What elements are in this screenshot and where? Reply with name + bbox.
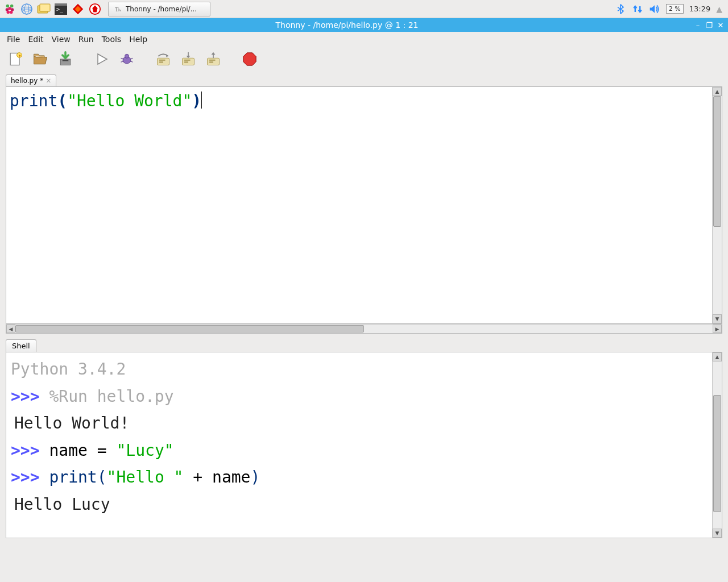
thonny-task-icon: Tₕ: [114, 5, 122, 13]
svg-text:✦: ✦: [18, 53, 22, 59]
svg-rect-44: [209, 60, 216, 61]
code-content[interactable]: print("Hello World"): [6, 87, 712, 323]
shell-line3-close: ): [250, 468, 260, 487]
code-close-paren: ): [192, 92, 201, 110]
svg-rect-14: [55, 3, 67, 6]
minimize-button[interactable]: –: [694, 21, 702, 29]
svg-marker-46: [212, 52, 216, 55]
shell-scroll-up[interactable]: ▲: [713, 352, 722, 361]
new-file-button[interactable]: ✦: [7, 51, 24, 68]
scroll-left-button[interactable]: ◀: [6, 325, 15, 333]
shell-vscrollbar[interactable]: ▲ ▼: [712, 352, 722, 538]
network-icon[interactable]: [632, 3, 643, 15]
editor-tab[interactable]: hello.py * ×: [6, 74, 56, 86]
shell-line3-str: "Hello ": [107, 468, 184, 487]
svg-rect-41: [184, 61, 188, 63]
step-over-button[interactable]: [155, 51, 172, 68]
editor-vscrollbar[interactable]: ▲ ▼: [712, 87, 722, 323]
svg-text:Tₕ: Tₕ: [115, 6, 121, 12]
taskbar-app-label: Thonny - /home/pi/...: [126, 5, 197, 13]
run-button[interactable]: [93, 51, 110, 68]
cpu-usage[interactable]: 2 %: [666, 4, 684, 14]
window-title: Thonny - /home/pi/hello.py @ 1 : 21: [0, 20, 694, 30]
scroll-up-button[interactable]: ▲: [713, 87, 722, 96]
wolfram-icon[interactable]: [88, 2, 102, 16]
shell-output-1: Hello World!: [14, 414, 129, 433]
shell-panel[interactable]: Python 3.4.2 >>> %Run hello.py Hello Wor…: [6, 352, 722, 538]
menu-edit[interactable]: Edit: [24, 34, 47, 45]
stop-button[interactable]: [241, 51, 258, 68]
window-title-bar: Thonny - /home/pi/hello.py @ 1 : 21 – ❐ …: [0, 18, 728, 32]
shell-prompt: >>>: [11, 387, 49, 406]
eject-icon[interactable]: ▲: [716, 5, 722, 14]
mathematica-icon[interactable]: [71, 2, 85, 16]
save-file-button[interactable]: [57, 51, 74, 68]
step-out-button[interactable]: [205, 51, 222, 68]
menu-help[interactable]: Help: [126, 34, 151, 45]
code-open-paren: (: [57, 92, 67, 110]
shell-prompt-2: >>>: [11, 441, 49, 460]
volume-icon[interactable]: [649, 3, 660, 15]
svg-text:>_: >_: [56, 6, 64, 13]
svg-rect-40: [184, 60, 191, 61]
menu-tools[interactable]: Tools: [98, 34, 125, 45]
svg-rect-37: [159, 61, 163, 63]
debug-button[interactable]: [118, 51, 135, 68]
shell-scroll-down[interactable]: ▼: [713, 529, 722, 538]
editor-hscrollbar[interactable]: ◀ ▶: [6, 324, 722, 334]
file-manager-icon[interactable]: [36, 2, 51, 16]
tab-close-icon[interactable]: ×: [46, 77, 51, 85]
vscroll-thumb[interactable]: [713, 96, 721, 227]
step-into-button[interactable]: [180, 51, 197, 68]
bluetooth-icon[interactable]: [615, 3, 626, 15]
menu-run[interactable]: Run: [75, 34, 97, 45]
editor-tab-label: hello.py *: [11, 77, 43, 85]
close-button[interactable]: ✕: [717, 21, 725, 29]
shell-output-2: Hello Lucy: [14, 495, 110, 514]
shell-area: Shell Python 3.4.2 >>> %Run hello.py Hel…: [0, 334, 728, 538]
shell-line2-str: "Lucy": [116, 441, 173, 460]
shell-tab[interactable]: Shell: [6, 339, 36, 352]
maximize-button[interactable]: ❐: [705, 21, 713, 29]
taskbar-app-button[interactable]: Tₕ Thonny - /home/pi/...: [108, 2, 210, 16]
svg-point-30: [125, 54, 129, 58]
editor-area: hello.py * × print("Hello World") ▲ ▼ ◀ …: [0, 72, 728, 334]
os-taskbar: >_ Tₕ Thonny - /home/pi/... 2 % 13:29 ▲: [0, 0, 728, 18]
svg-point-1: [10, 4, 13, 7]
clock[interactable]: 13:29: [689, 5, 710, 13]
shell-line3-open: (: [97, 468, 107, 487]
svg-rect-45: [209, 61, 213, 63]
text-cursor: [201, 92, 202, 109]
raspberry-menu-icon[interactable]: [2, 2, 17, 16]
svg-marker-21: [650, 5, 654, 13]
svg-marker-42: [187, 56, 191, 58]
svg-point-5: [7, 10, 10, 14]
menu-view[interactable]: View: [48, 34, 74, 45]
scroll-right-button[interactable]: ▶: [713, 325, 722, 333]
terminal-icon[interactable]: >_: [53, 2, 68, 16]
toolbar: ✦: [0, 47, 728, 72]
shell-vscroll-thumb[interactable]: [713, 395, 721, 512]
web-browser-icon[interactable]: [19, 2, 34, 16]
svg-point-6: [10, 10, 13, 14]
shell-line3-fn: print: [49, 468, 97, 487]
open-file-button[interactable]: [32, 51, 49, 68]
shell-line3-rest: + name: [183, 468, 250, 487]
editor-tab-row: hello.py * ×: [6, 72, 722, 86]
python-version: Python 3.4.2: [11, 360, 126, 379]
svg-point-0: [6, 4, 9, 7]
hscroll-thumb[interactable]: [15, 325, 364, 332]
shell-line2-code: name =: [49, 441, 116, 460]
shell-content[interactable]: Python 3.4.2 >>> %Run hello.py Hello Wor…: [6, 352, 712, 538]
menu-file[interactable]: File: [3, 34, 23, 45]
svg-rect-27: [63, 60, 69, 61]
svg-rect-36: [159, 60, 166, 61]
code-editor[interactable]: print("Hello World") ▲ ▼: [6, 86, 722, 324]
scroll-down-button[interactable]: ▼: [713, 314, 722, 323]
svg-rect-26: [60, 59, 71, 65]
run-command: %Run hello.py: [49, 387, 173, 406]
code-string: "Hello World": [67, 92, 192, 110]
code-fn: print: [10, 92, 57, 110]
svg-marker-47: [243, 53, 256, 65]
menu-bar: File Edit View Run Tools Help: [0, 32, 728, 47]
